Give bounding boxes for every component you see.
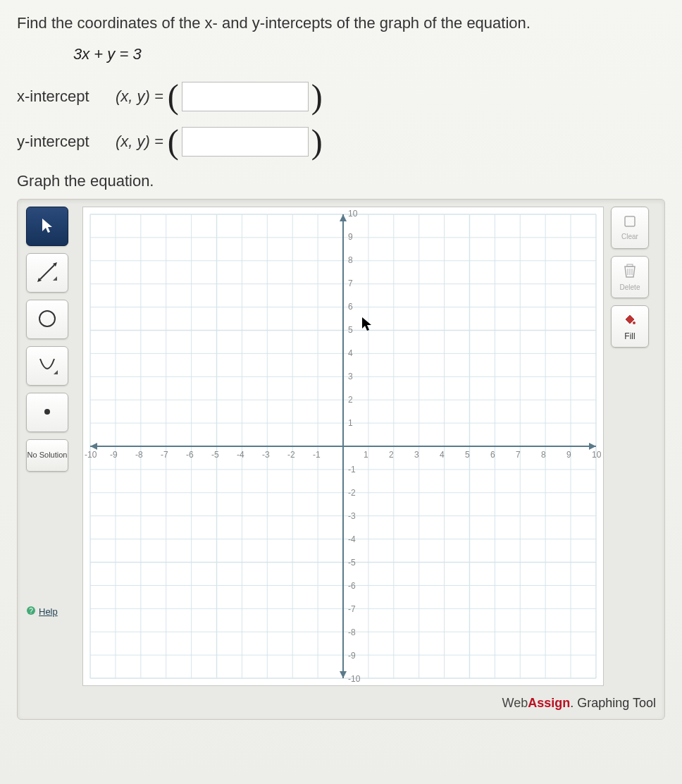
x-tick-label: 3	[414, 450, 419, 460]
y-tick-label: -2	[348, 488, 356, 498]
y-tick-label: 3	[348, 372, 353, 381]
y-tick-label: 8	[348, 255, 353, 265]
svg-marker-2	[37, 278, 42, 282]
delete-button[interactable]: Delete	[611, 256, 649, 298]
x-tick-label: 10	[592, 450, 601, 460]
pointer-icon	[40, 217, 54, 235]
question-equation: 3x + y = 3	[73, 45, 665, 63]
svg-line-0	[40, 265, 54, 279]
x-tick-label: 7	[516, 450, 521, 460]
parabola-icon	[37, 355, 58, 377]
y-tick-label: 2	[348, 395, 353, 405]
svg-marker-53	[589, 443, 596, 450]
x-tick-label: 2	[389, 450, 394, 460]
svg-rect-61	[627, 264, 633, 267]
y-tick-label: 4	[348, 348, 353, 358]
no-solution-button[interactable]: No Solution	[26, 439, 68, 472]
x-tick-label: 4	[440, 450, 445, 460]
x-tick-label: 8	[541, 450, 546, 460]
y-tick-label: -1	[348, 465, 356, 474]
right-paren: )	[311, 132, 323, 152]
y-tick-label: -3	[348, 511, 356, 521]
x-tick-label: 9	[566, 450, 571, 460]
x-tick-label: 1	[364, 450, 368, 460]
x-tick-label: -1	[313, 450, 321, 460]
svg-point-4	[39, 311, 55, 326]
clear-label: Clear	[621, 233, 638, 240]
y-tick-label: 6	[348, 302, 353, 312]
help-icon: ?	[26, 606, 36, 618]
question-prompt: Find the coordinates of the x- and y-int…	[17, 14, 665, 32]
coordinate-grid	[83, 207, 603, 685]
svg-point-6	[44, 409, 50, 415]
svg-marker-1	[53, 262, 57, 267]
x-tick-label: -4	[237, 450, 244, 460]
circle-tool-button[interactable]	[26, 300, 68, 339]
graph-panel: No Solution ? Help -10-9-8-7-6-5-4-3-2-1…	[17, 199, 665, 720]
point-icon	[42, 407, 52, 418]
y-intercept-label: y-intercept	[17, 133, 116, 151]
toolbar-left: No Solution ? Help	[26, 207, 75, 618]
brand-assign: Assign	[528, 696, 570, 710]
graph-heading: Graph the equation.	[17, 172, 665, 190]
left-paren: (	[168, 132, 179, 152]
svg-rect-57	[625, 216, 635, 226]
svg-point-62	[633, 321, 636, 324]
x-tick-label: -2	[287, 450, 295, 460]
fill-button[interactable]: Fill	[611, 305, 649, 348]
x-tick-label: -7	[161, 450, 168, 460]
fill-icon	[623, 312, 637, 329]
delete-label: Delete	[620, 283, 640, 291]
y-tick-label: -8	[348, 627, 356, 637]
xy-expression: (x, y) =	[116, 87, 163, 106]
help-link[interactable]: ? Help	[26, 606, 75, 618]
x-tick-label: -6	[186, 450, 194, 460]
y-tick-label: 10	[348, 209, 357, 219]
svg-marker-5	[54, 370, 58, 374]
brand-web: Web	[502, 696, 528, 710]
brand-suffix: . Graphing Tool	[570, 696, 656, 710]
svg-marker-56	[340, 671, 347, 678]
y-tick-label: -5	[348, 558, 356, 568]
x-intercept-label: x-intercept	[17, 87, 116, 106]
trash-icon	[623, 263, 637, 281]
y-tick-label: -4	[348, 534, 356, 544]
svg-marker-3	[53, 276, 57, 281]
x-tick-label: -5	[211, 450, 219, 460]
y-tick-label: 7	[348, 278, 353, 288]
y-tick-label: -9	[348, 651, 356, 661]
x-tick-label: 6	[490, 450, 495, 460]
circle-icon	[37, 308, 58, 331]
y-tick-label: -10	[348, 674, 360, 684]
y-tick-label: 1	[348, 418, 353, 428]
pointer-tool-button[interactable]	[26, 207, 68, 246]
y-intercept-input[interactable]	[182, 127, 309, 157]
point-tool-button[interactable]	[26, 393, 68, 432]
x-intercept-input[interactable]	[182, 82, 309, 111]
x-intercept-row: x-intercept (x, y) = ( )	[17, 82, 665, 111]
x-tick-label: 5	[465, 450, 470, 460]
y-intercept-row: y-intercept (x, y) = ( )	[17, 127, 665, 157]
line-icon	[36, 261, 58, 285]
x-tick-label: -8	[135, 450, 143, 460]
left-paren: (	[168, 87, 179, 107]
svg-text:?: ?	[29, 607, 33, 615]
x-tick-label: -3	[262, 450, 270, 460]
y-tick-label: 9	[348, 232, 353, 242]
y-tick-label: 5	[348, 325, 353, 335]
fill-label: Fill	[624, 331, 635, 341]
svg-marker-54	[90, 443, 97, 450]
line-tool-button[interactable]	[26, 253, 68, 293]
region-tool-button[interactable]	[26, 346, 68, 386]
toolbar-right: Clear Delete Fill	[611, 207, 653, 348]
y-tick-label: -6	[348, 581, 356, 591]
svg-marker-55	[340, 214, 347, 221]
graph-area[interactable]: -10-9-8-7-6-5-4-3-2-112345678910-10-9-8-…	[82, 207, 604, 686]
clear-icon	[624, 215, 636, 230]
y-tick-label: -7	[348, 604, 356, 614]
clear-button[interactable]: Clear	[611, 207, 649, 249]
help-label: Help	[39, 606, 58, 617]
right-paren: )	[311, 87, 323, 107]
x-tick-label: -9	[110, 450, 118, 460]
branding: WebAssign. Graphing Tool	[26, 696, 656, 711]
